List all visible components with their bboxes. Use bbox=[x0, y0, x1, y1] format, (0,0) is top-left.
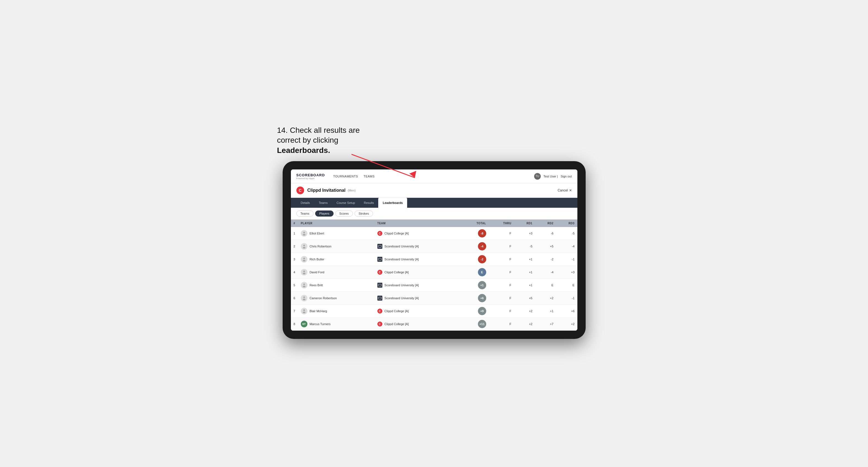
logo-sub: Powered by clippd bbox=[297, 177, 325, 180]
row-num: 2 bbox=[291, 240, 298, 253]
row-total: E bbox=[461, 266, 489, 279]
tab-details[interactable]: Details bbox=[297, 198, 315, 208]
row-team: CClippd College [A] bbox=[375, 266, 461, 279]
team-name: Scoreboard University [A] bbox=[384, 258, 419, 261]
row-rd3: -4 bbox=[556, 240, 577, 253]
col-thru: THRU bbox=[489, 220, 514, 227]
player-avatar bbox=[301, 243, 307, 250]
row-thru: F bbox=[489, 240, 514, 253]
row-rd1: +3 bbox=[514, 227, 535, 240]
team-logo-scoreboard bbox=[377, 283, 382, 288]
cancel-button[interactable]: Cancel ✕ bbox=[558, 188, 571, 192]
nav-teams[interactable]: TEAMS bbox=[364, 173, 375, 179]
row-total: -4 bbox=[461, 240, 489, 253]
row-thru: F bbox=[489, 266, 514, 279]
leaderboard-table: # PLAYER TEAM TOTAL THRU RD1 RD2 RD3 1El… bbox=[291, 220, 578, 331]
row-thru: F bbox=[489, 318, 514, 331]
tab-teams[interactable]: Teams bbox=[314, 198, 332, 208]
row-rd3: -1 bbox=[556, 292, 577, 305]
row-rd2: -2 bbox=[535, 253, 556, 266]
svg-point-13 bbox=[303, 299, 306, 300]
table-header-row: # PLAYER TEAM TOTAL THRU RD1 RD2 RD3 bbox=[291, 220, 578, 227]
close-icon: ✕ bbox=[569, 188, 572, 192]
sign-out-link[interactable]: Sign out bbox=[561, 175, 571, 178]
row-thru: F bbox=[489, 253, 514, 266]
row-total: +1 bbox=[461, 279, 489, 292]
row-team: Scoreboard University [A] bbox=[375, 240, 461, 253]
svg-point-5 bbox=[303, 247, 306, 249]
row-rd2: +5 bbox=[535, 240, 556, 253]
nav-tournaments[interactable]: TOURNAMENTS bbox=[333, 173, 358, 179]
filter-bar: Teams Players Scores Strokes bbox=[291, 208, 578, 220]
svg-point-9 bbox=[303, 273, 306, 274]
row-player: Rees Britt bbox=[298, 279, 375, 292]
team-name: Scoreboard University [A] bbox=[384, 297, 419, 300]
table-row: 3Rich ButlerScoreboard University [A]-2F… bbox=[291, 253, 578, 266]
team-name: Scoreboard University [A] bbox=[384, 283, 419, 287]
tablet-screen: SCOREBOARD Powered by clippd TOURNAMENTS… bbox=[291, 169, 578, 331]
table-row: 6Cameron RobertsonScoreboard University … bbox=[291, 292, 578, 305]
player-name: Elliot Ebert bbox=[310, 232, 324, 235]
row-rd1: +5 bbox=[514, 292, 535, 305]
player-name: Marcus Turners bbox=[310, 322, 331, 326]
tab-results[interactable]: Results bbox=[360, 198, 378, 208]
filter-strokes[interactable]: Strokes bbox=[354, 211, 373, 217]
team-name: Clippd College [A] bbox=[384, 271, 409, 274]
outer-wrapper: 14. Check all results are correct by cli… bbox=[283, 128, 586, 339]
filter-scores[interactable]: Scores bbox=[335, 211, 353, 217]
row-total: -2 bbox=[461, 253, 489, 266]
player-name: David Ford bbox=[310, 271, 324, 274]
instruction-step: 14. Check all results are correct by cli… bbox=[277, 126, 360, 144]
row-total: +11 bbox=[461, 318, 489, 331]
player-name: Rees Britt bbox=[310, 283, 323, 287]
score-badge: +6 bbox=[478, 294, 486, 302]
player-avatar bbox=[301, 256, 307, 262]
player-avatar bbox=[301, 269, 307, 276]
team-logo-scoreboard bbox=[377, 295, 382, 301]
row-rd1: +1 bbox=[514, 253, 535, 266]
team-name: Clippd College [A] bbox=[384, 232, 409, 235]
row-player: Chris Robertson bbox=[298, 240, 375, 253]
team-logo-clippd: C bbox=[377, 270, 382, 275]
score-badge: -2 bbox=[478, 255, 486, 263]
row-team: CClippd College [A] bbox=[375, 318, 461, 331]
player-avatar: MT bbox=[301, 321, 307, 327]
svg-point-3 bbox=[303, 234, 306, 236]
table-row: 8MTMarcus TurnersCClippd College [A]+11F… bbox=[291, 318, 578, 331]
tab-leaderboards[interactable]: Leaderboards bbox=[378, 198, 407, 208]
score-badge: -8 bbox=[478, 229, 486, 238]
tournament-header: C Clippd Invitational (Men) Cancel ✕ bbox=[291, 183, 578, 198]
filter-teams[interactable]: Teams bbox=[297, 211, 313, 217]
score-badge: +9 bbox=[478, 307, 486, 315]
svg-point-10 bbox=[303, 283, 305, 285]
team-logo-clippd: C bbox=[377, 321, 382, 326]
row-total: -8 bbox=[461, 227, 489, 240]
row-rd1: +1 bbox=[514, 279, 535, 292]
sub-nav: Details Teams Course Setup Results Leade… bbox=[291, 198, 578, 208]
table-row: 2Chris RobertsonScoreboard University [A… bbox=[291, 240, 578, 253]
row-num: 7 bbox=[291, 305, 298, 318]
row-rd3: E bbox=[556, 279, 577, 292]
table-row: 4David FordCClippd College [A]EF+1-4+3 bbox=[291, 266, 578, 279]
user-avatar: TU bbox=[534, 173, 541, 180]
team-logo-clippd: C bbox=[377, 309, 382, 314]
row-thru: F bbox=[489, 279, 514, 292]
team-name: Clippd College [A] bbox=[384, 322, 409, 326]
row-total: +6 bbox=[461, 292, 489, 305]
filter-players[interactable]: Players bbox=[315, 211, 334, 217]
row-rd1: +1 bbox=[514, 266, 535, 279]
score-badge: E bbox=[478, 268, 486, 276]
row-rd2: +2 bbox=[535, 292, 556, 305]
logo-area: SCOREBOARD Powered by clippd bbox=[297, 173, 325, 180]
svg-point-7 bbox=[303, 260, 306, 261]
nav-links: TOURNAMENTS TEAMS bbox=[333, 173, 534, 179]
player-name: Blair McHarg bbox=[310, 309, 327, 313]
row-rd3: +2 bbox=[556, 318, 577, 331]
row-player: Rich Butler bbox=[298, 253, 375, 266]
row-rd2: +7 bbox=[535, 318, 556, 331]
row-rd2: +1 bbox=[535, 305, 556, 318]
tournament-badge: (Men) bbox=[348, 189, 355, 192]
tab-course-setup[interactable]: Course Setup bbox=[332, 198, 360, 208]
row-player: MTMarcus Turners bbox=[298, 318, 375, 331]
row-team: Scoreboard University [A] bbox=[375, 292, 461, 305]
